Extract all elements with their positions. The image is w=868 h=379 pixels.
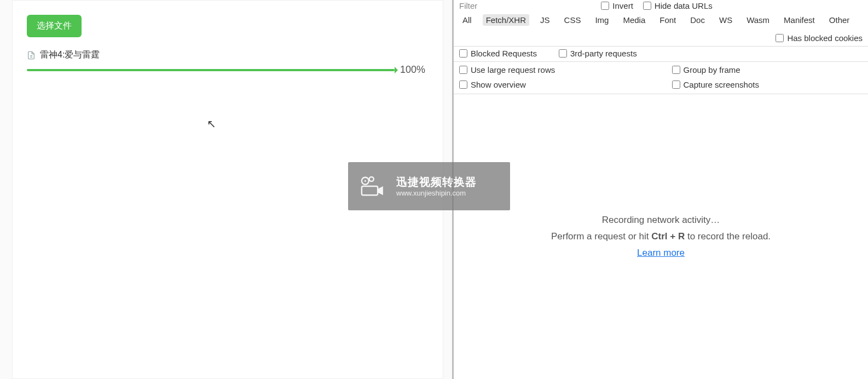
upload-card: 选择文件 雷神4:爱与雷霆 100% [12, 0, 443, 379]
file-row: 雷神4:爱与雷霆 [27, 49, 429, 61]
hide-data-urls-label: Hide data URLs [655, 1, 713, 10]
group-by-frame-checkbox-input[interactable] [672, 66, 680, 74]
invert-label: Invert [612, 1, 633, 10]
type-filter-js[interactable]: JS [537, 14, 553, 26]
capture-screenshots-label: Capture screenshots [684, 80, 759, 89]
blocked-requests-label: Blocked Requests [471, 49, 537, 58]
use-large-rows-checkbox[interactable]: Use large request rows [459, 65, 650, 74]
empty-state-sub-after: to record the reload. [685, 231, 771, 242]
upload-page: 选择文件 雷神4:爱与雷霆 100% ↖ [0, 0, 452, 379]
type-filter-media[interactable]: Media [620, 14, 649, 26]
network-empty-state: Recording network activity… Perform a re… [454, 94, 868, 379]
learn-more-link[interactable]: Learn more [637, 248, 685, 259]
filter-input[interactable] [487, 1, 591, 10]
upload-progress: 100% [27, 64, 429, 76]
type-filter-img[interactable]: Img [592, 14, 612, 26]
progress-bar-tip [395, 67, 398, 73]
file-name: 雷神4:爱与雷霆 [40, 49, 100, 61]
has-blocked-cookies-checkbox[interactable]: Has blocked cookies [776, 33, 863, 43]
hide-data-urls-checkbox-input[interactable] [643, 2, 651, 10]
choose-file-button[interactable]: 选择文件 [27, 15, 82, 37]
invert-checkbox-input[interactable] [601, 2, 609, 10]
invert-checkbox[interactable]: Invert [601, 1, 633, 10]
empty-state-headline: Recording network activity… [602, 215, 720, 226]
blocked-requests-checkbox[interactable]: Blocked Requests [459, 49, 537, 58]
has-blocked-cookies-checkbox-input[interactable] [776, 34, 784, 42]
capture-screenshots-checkbox[interactable]: Capture screenshots [672, 80, 863, 89]
type-filter-manifest[interactable]: Manifest [780, 14, 818, 26]
use-large-rows-checkbox-input[interactable] [459, 66, 467, 74]
type-filter-other[interactable]: Other [826, 14, 853, 26]
progress-bar [27, 69, 395, 71]
empty-state-sub-before: Perform a request or hit [551, 231, 651, 242]
document-icon [27, 51, 36, 60]
type-filter-css[interactable]: CSS [561, 14, 585, 26]
has-blocked-cookies-label: Has blocked cookies [787, 33, 863, 43]
group-by-frame-label: Group by frame [684, 65, 740, 74]
progress-percent: 100% [400, 64, 429, 76]
hide-data-urls-checkbox[interactable]: Hide data URLs [643, 1, 713, 10]
network-toolbar: Filter Invert Hide data URLs [454, 0, 868, 12]
empty-state-shortcut: Ctrl + R [651, 231, 685, 242]
show-overview-checkbox[interactable]: Show overview [459, 80, 650, 89]
type-filter-font[interactable]: Font [656, 14, 679, 26]
use-large-rows-label: Use large request rows [471, 65, 555, 74]
type-filter-doc[interactable]: Doc [687, 14, 708, 26]
empty-state-sub: Perform a request or hit Ctrl + R to rec… [551, 231, 771, 242]
show-overview-checkbox-input[interactable] [459, 81, 467, 89]
show-overview-label: Show overview [471, 80, 526, 89]
network-type-filters: All Fetch/XHR JS CSS Img Media Font Doc … [454, 12, 868, 46]
devtools-network-panel: Filter Invert Hide data URLs All Fetch/X… [452, 0, 868, 379]
third-party-requests-checkbox[interactable]: 3rd-party requests [559, 49, 637, 58]
network-extra-filters: Blocked Requests 3rd-party requests [454, 46, 868, 61]
filter-label: Filter [459, 1, 477, 10]
third-party-requests-checkbox-input[interactable] [559, 49, 567, 58]
type-filter-fetch-xhr[interactable]: Fetch/XHR [483, 14, 529, 26]
network-view-options: Use large request rows Group by frame Sh… [454, 61, 868, 94]
group-by-frame-checkbox[interactable]: Group by frame [672, 65, 863, 74]
third-party-requests-label: 3rd-party requests [570, 49, 637, 58]
type-filter-all[interactable]: All [459, 14, 475, 26]
blocked-requests-checkbox-input[interactable] [459, 49, 467, 58]
type-filter-wasm[interactable]: Wasm [743, 14, 773, 26]
type-filter-ws[interactable]: WS [716, 14, 736, 26]
capture-screenshots-checkbox-input[interactable] [672, 81, 680, 89]
